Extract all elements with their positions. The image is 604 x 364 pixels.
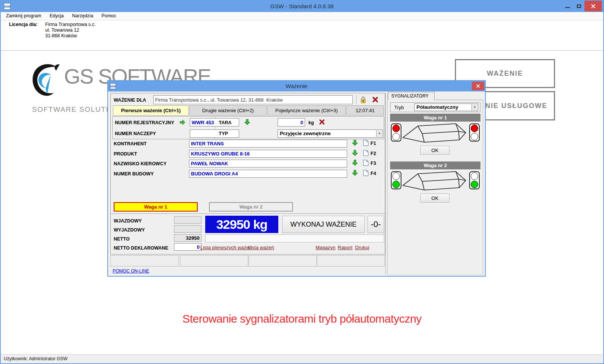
scale-1-button[interactable]: Waga nr 1 [114, 202, 198, 212]
budowa-label: NUMER BUDOWY [114, 171, 154, 177]
chevron-down-icon[interactable]: ▼ [471, 104, 477, 110]
minimize-button[interactable] [562, 1, 573, 11]
scale-2-button[interactable]: Waga nr 2 [209, 202, 293, 212]
menu-pomoc[interactable]: Pomoc [98, 12, 120, 20]
titlebar: GSW GSW - Standard 4.0.8.38 [1, 1, 603, 12]
arrow-down-icon [244, 119, 250, 125]
wazenie-dla-input[interactable] [153, 95, 353, 104]
typ-value: Przyjęcie zewnętrzne [280, 131, 331, 136]
select-kontrahent-button[interactable] [352, 140, 358, 146]
lamp-green [392, 181, 400, 188]
license-line-3: 31-868 Kraków [45, 33, 96, 39]
ok-button-waga2[interactable]: OK [420, 193, 450, 203]
wykonaj-wazenie-button[interactable]: WYKONAJ WAŻENIE [282, 216, 365, 233]
document-icon [363, 160, 369, 166]
bottom-panel-1 [110, 255, 179, 267]
sygnalizatory-body: Tryb Półautomatyczny ▼ Waga nr 1 [388, 100, 483, 275]
menu-edycja[interactable]: Edycja [46, 12, 68, 20]
typ-label: TYP [219, 131, 228, 136]
message-strip [205, 235, 384, 242]
tab-sygnalizatory[interactable]: SYGNALIZATORY [388, 92, 435, 100]
select-budowa-button[interactable] [352, 170, 358, 176]
dialog-close-button[interactable] [472, 82, 484, 90]
license-line-1: Firma Transportowa s.c. [45, 22, 96, 27]
select-kierowca-button[interactable] [352, 160, 358, 166]
kierowca-fkey: F3 [371, 161, 376, 166]
arrow-right-icon [180, 119, 186, 125]
raport-link[interactable]: Raport [338, 245, 352, 250]
ok-button-waga1[interactable]: OK [420, 146, 450, 155]
numer-naczepy-input[interactable] [190, 129, 239, 138]
weighing-form-panel: WAŻENIE DLA Pierwsze ważenie (Ctrl+1) Dr… [110, 93, 385, 254]
tara-label: TARA [219, 120, 232, 125]
document-icon [363, 150, 369, 156]
netto-label: NETTO [114, 236, 130, 242]
produkt-input[interactable] [189, 150, 347, 158]
wjazdowy-label: WJAZDOWY [114, 218, 142, 224]
produkt-card-button[interactable] [363, 150, 369, 156]
arrow-down-icon [352, 150, 358, 156]
wyjazdowy-label: WYJAZDOWY [114, 227, 145, 233]
license-line-2: ul. Towarowa 12 [45, 27, 96, 33]
lamp-green [471, 181, 478, 188]
menu-narzedzia[interactable]: Narzędzia [68, 12, 97, 20]
menu-zamknij-program[interactable]: Zamknij program [1, 12, 46, 20]
numer-rejestracyjny-input[interactable] [190, 118, 239, 126]
budowa-input[interactable] [189, 170, 347, 178]
window-title: GSW - Standard 4.0.8.38 [1, 1, 603, 12]
lista-wazen-link[interactable]: Lista ważeń [248, 245, 274, 250]
tara-input[interactable] [278, 118, 305, 126]
traffic-light-waga1-left [391, 123, 401, 142]
weighing-tabs: Pierwsze ważenie (Ctrl+1) Drugie ważenie… [113, 105, 384, 116]
tab-pierwsze-wazenie[interactable]: Pierwsze ważenie (Ctrl+1) [113, 105, 189, 116]
numer-naczepy-label: NUMER NACZEPY [115, 131, 156, 136]
tryb-value: Półautomatyczny [416, 104, 458, 110]
kontrahent-label: KONTRAHENT [114, 141, 147, 146]
netto-deklarowane-label: NETTO DEKLAROWANE [114, 245, 168, 251]
select-plate-button[interactable] [244, 119, 250, 125]
kierowca-label: NAZWISKO KIEROWCY [114, 161, 166, 166]
typ-dropdown[interactable]: Przyjęcie zewnętrzne ▼ [278, 129, 383, 138]
lista-pierwszych-wazen-link[interactable]: Lista pierwszych ważeń [200, 245, 252, 250]
menubar: Zamknij program Edycja Narzędzia Pomoc [1, 12, 603, 20]
kontrahent-input[interactable] [189, 140, 347, 148]
license-panel: Licencja dla: Firma Transportowa s.c. ul… [1, 21, 603, 51]
app-window: GSW GSW - Standard 4.0.8.38 Zamknij prog… [0, 0, 604, 364]
lamp-green [392, 133, 400, 140]
select-produkt-button[interactable] [352, 150, 358, 156]
caption-text: Sterowanie sygnalizatorami tryb półautom… [1, 312, 603, 325]
traffic-light-waga2-right [469, 171, 480, 189]
maximize-button[interactable] [573, 1, 584, 11]
wazenie-dla-label: WAŻENIE DLA [114, 97, 146, 103]
drukuj-link[interactable]: Drukuj [355, 245, 369, 250]
kierowca-card-button[interactable] [363, 160, 369, 166]
tryb-dropdown[interactable]: Półautomatyczny ▼ [414, 104, 478, 111]
budowa-fkey: F4 [371, 171, 376, 176]
clear-tara-button[interactable] [319, 119, 325, 125]
netto-deklarowane-input[interactable] [174, 243, 201, 251]
panel-divider [385, 93, 387, 274]
tab-drugie-wazenie[interactable]: Drugie ważenie (Ctrl+2) [189, 105, 267, 116]
license-label: Licencja dla: [9, 22, 38, 27]
budowa-card-button[interactable] [363, 170, 369, 176]
bottom-panel-4 [317, 255, 385, 267]
kierowca-input[interactable] [189, 160, 347, 168]
numer-rejestracyjny-label: NUMER REJESTRACYJNY [115, 120, 174, 125]
tab-pojedyncze-wazenie[interactable]: Pojedyncze ważenie (Ctrl+3) [267, 105, 346, 116]
magazyn-link[interactable]: Magazyn [316, 245, 336, 250]
traffic-light-waga2-left [391, 171, 401, 189]
arrow-down-icon [352, 170, 358, 176]
zero-button[interactable]: -0- [368, 216, 384, 233]
produkt-label: PRODUKT [114, 151, 137, 157]
pomoc-online-link[interactable]: POMOC ON-LINE [113, 268, 149, 274]
wyjazdowy-field [174, 225, 201, 233]
lock-button[interactable] [360, 96, 366, 104]
chevron-down-icon[interactable]: ▼ [376, 130, 382, 137]
clear-contractor-button[interactable] [372, 96, 378, 103]
tara-unit-label: kg [308, 120, 314, 125]
resize-grip[interactable]: .:: [598, 358, 602, 362]
kontrahent-fkey: F1 [371, 141, 376, 146]
kontrahent-card-button[interactable] [363, 140, 369, 146]
close-button[interactable] [584, 1, 602, 11]
red-x-icon [372, 96, 378, 103]
